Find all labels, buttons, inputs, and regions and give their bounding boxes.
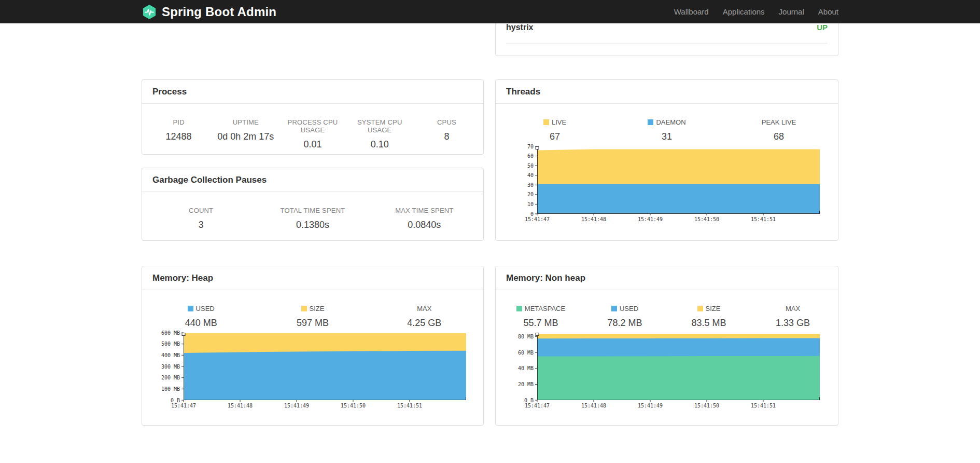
- metric-uptime: UPTIME 0d 0h 2m 17s: [212, 118, 279, 150]
- svg-text:60 MB: 60 MB: [518, 350, 534, 356]
- legend-item-peak-live: PEAK LIVE 68: [723, 118, 835, 142]
- metric-value: 0.01: [279, 139, 346, 150]
- svg-text:30: 30: [527, 182, 534, 188]
- svg-text:15:41:50: 15:41:50: [694, 403, 719, 408]
- legend-item-max: MAX 1.33 GB: [751, 305, 835, 329]
- svg-text:400 MB: 400 MB: [161, 352, 180, 358]
- metric-pid: PID 12488: [145, 118, 212, 150]
- svg-text:500 MB: 500 MB: [161, 341, 180, 347]
- legend-swatch: [516, 306, 522, 311]
- svg-text:200 MB: 200 MB: [161, 375, 180, 380]
- threads-legend: LIVE 67 DAEMON 31 PEAK LIVE 68: [496, 104, 838, 142]
- metric-system-cpu: SYSTEM CPU USAGE 0.10: [346, 118, 413, 150]
- svg-text:15:41:47: 15:41:47: [525, 403, 550, 408]
- svg-text:20 MB: 20 MB: [518, 382, 534, 387]
- metric-cpus: CPUS 8: [413, 118, 480, 150]
- metric-value: 8: [413, 131, 480, 142]
- nav-links: Wallboard Applications Journal About: [674, 7, 838, 16]
- gc-card-title: Garbage Collection Pauses: [142, 168, 483, 192]
- metric-label: PROCESS CPU USAGE: [279, 118, 346, 134]
- legend-value: 68: [723, 131, 835, 142]
- page-content: hystrix UP Process PID 12488 UPTIME 0d 0…: [142, 0, 838, 463]
- legend-value: 83.5 MB: [667, 318, 751, 329]
- threads-chart: 01020304050607015:41:4715:41:4815:41:491…: [537, 146, 822, 224]
- application-name[interactable]: hystrix: [506, 23, 533, 32]
- svg-text:15:41:51: 15:41:51: [397, 403, 422, 408]
- legend-swatch: [188, 306, 193, 311]
- gc-metrics: COUNT 3 TOTAL TIME SPENT 0.1380s MAX TIM…: [142, 192, 483, 241]
- legend-label: MAX: [786, 305, 800, 312]
- metric-label: SYSTEM CPU USAGE: [346, 118, 413, 134]
- status-badge: UP: [817, 23, 828, 32]
- nav-item-applications[interactable]: Applications: [723, 7, 765, 16]
- spring-boot-admin-logo-icon: [142, 4, 157, 20]
- legend-swatch: [611, 306, 617, 311]
- svg-text:15:41:48: 15:41:48: [581, 403, 606, 408]
- legend-item-daemon: DAEMON 31: [611, 118, 723, 142]
- svg-text:40: 40: [527, 172, 534, 178]
- svg-text:100 MB: 100 MB: [161, 386, 180, 392]
- svg-text:0: 0: [530, 211, 534, 217]
- legend-label: DAEMON: [656, 118, 685, 126]
- legend-value: 440 MB: [145, 318, 257, 329]
- svg-text:600 MB: 600 MB: [161, 330, 180, 336]
- metric-label: UPTIME: [212, 118, 279, 126]
- legend-label: SIZE: [706, 305, 721, 312]
- threads-card-title: Threads: [496, 80, 838, 104]
- metric-value: 0.10: [346, 139, 413, 150]
- navbar-container: Spring Boot Admin Wallboard Applications…: [142, 0, 838, 23]
- legend-swatch: [697, 306, 703, 311]
- brand[interactable]: Spring Boot Admin: [142, 4, 276, 20]
- svg-text:15:41:50: 15:41:50: [694, 216, 719, 222]
- legend-value: 4.25 GB: [369, 318, 480, 329]
- svg-text:15:41:47: 15:41:47: [525, 216, 550, 222]
- legend-item-used: USED 78.2 MB: [583, 305, 667, 329]
- svg-text:15:41:50: 15:41:50: [341, 403, 366, 408]
- legend-item-used: USED 440 MB: [145, 305, 257, 329]
- svg-text:15:41:49: 15:41:49: [638, 216, 663, 222]
- legend-item-size: SIZE 83.5 MB: [667, 305, 751, 329]
- metric-gc-count: COUNT 3: [145, 207, 257, 230]
- svg-text:50: 50: [527, 163, 534, 169]
- svg-text:15:41:48: 15:41:48: [228, 403, 253, 408]
- gc-card: Garbage Collection Pauses COUNT 3 TOTAL …: [142, 168, 484, 241]
- svg-text:300 MB: 300 MB: [161, 364, 180, 370]
- legend-swatch: [301, 306, 307, 311]
- legend-item-size: SIZE 597 MB: [257, 305, 368, 329]
- metric-gc-total-time: TOTAL TIME SPENT 0.1380s: [257, 207, 368, 230]
- legend-item-max: MAX 4.25 GB: [369, 305, 480, 329]
- brand-title: Spring Boot Admin: [162, 5, 276, 19]
- metric-value: 0.0840s: [369, 220, 480, 230]
- nav-item-journal[interactable]: Journal: [779, 7, 804, 16]
- nav-item-wallboard[interactable]: Wallboard: [674, 7, 709, 16]
- svg-text:15:41:47: 15:41:47: [171, 403, 196, 408]
- legend-label: USED: [620, 305, 638, 312]
- memory-nonheap-card-title: Memory: Non heap: [496, 266, 838, 290]
- svg-text:0 B: 0 B: [524, 398, 534, 403]
- svg-text:20: 20: [527, 192, 534, 197]
- legend-value: 55.7 MB: [499, 318, 583, 329]
- memory-heap-chart: 0 B100 MB200 MB300 MB400 MB500 MB600 MB1…: [184, 333, 469, 411]
- metric-label: PID: [145, 118, 212, 126]
- process-metrics: PID 12488 UPTIME 0d 0h 2m 17s PROCESS CP…: [142, 104, 483, 160]
- metric-value: 12488: [145, 131, 212, 142]
- svg-text:70: 70: [527, 144, 534, 149]
- legend-label: PEAK LIVE: [762, 118, 796, 126]
- nav-item-about[interactable]: About: [818, 7, 838, 16]
- memory-heap-card: Memory: Heap USED 440 MB SIZE 597 MB MAX…: [142, 266, 484, 426]
- legend-label: MAX: [417, 305, 431, 312]
- threads-card: Threads LIVE 67 DAEMON 31 PEAK LIVE 68 0…: [495, 79, 838, 241]
- svg-text:15:41:51: 15:41:51: [751, 216, 776, 222]
- svg-text:80 MB: 80 MB: [518, 334, 534, 339]
- metric-label: MAX TIME SPENT: [369, 207, 480, 214]
- memory-heap-card-title: Memory: Heap: [142, 266, 483, 290]
- svg-text:15:41:49: 15:41:49: [638, 403, 663, 408]
- process-card-title: Process: [142, 80, 483, 104]
- svg-text:40 MB: 40 MB: [518, 365, 534, 371]
- svg-text:15:41:48: 15:41:48: [581, 216, 606, 222]
- process-card: Process PID 12488 UPTIME 0d 0h 2m 17s PR…: [142, 79, 484, 155]
- metric-label: COUNT: [145, 207, 257, 214]
- legend-label: USED: [196, 305, 215, 312]
- legend-value: 67: [499, 131, 611, 142]
- legend-item-live: LIVE 67: [499, 118, 611, 142]
